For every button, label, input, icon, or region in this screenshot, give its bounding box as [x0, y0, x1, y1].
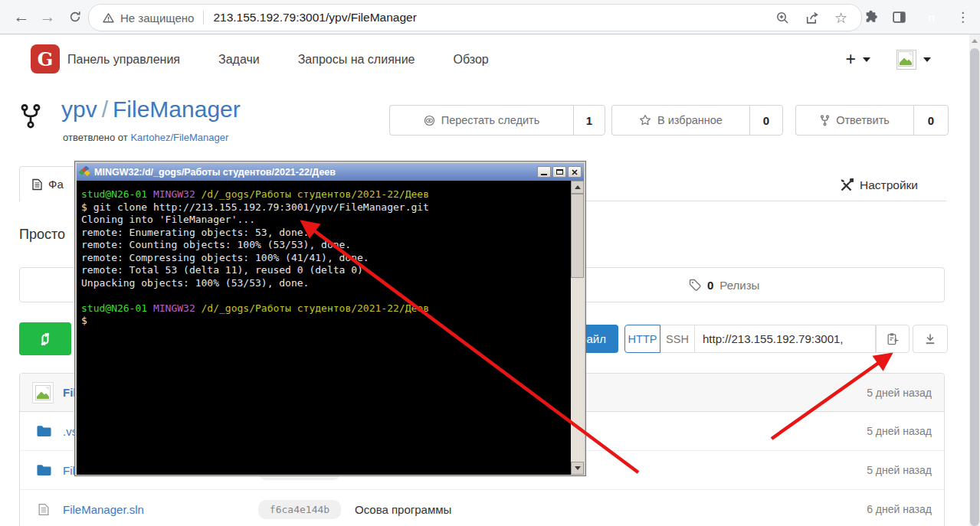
http-toggle[interactable]: HTTP — [624, 325, 660, 353]
terminal-line: $ — [81, 315, 567, 328]
unwatch-button-group: Перестать следить1 — [389, 105, 605, 136]
terminal-line: stud@N26-01 MINGW32 /d/_gogs/Работы студ… — [81, 302, 567, 315]
address-bar[interactable]: Не защищено 213.155.192.79:3001/ypv/File… — [88, 4, 862, 31]
maximize-button[interactable] — [552, 166, 566, 178]
fork-label: Ответвить — [836, 114, 890, 126]
repo-name-link[interactable]: FileManager — [113, 96, 241, 122]
gogs-logo[interactable]: G — [31, 44, 60, 74]
share-icon[interactable] — [805, 11, 819, 25]
fork-icon — [19, 103, 42, 129]
tab-files-label: Фа — [48, 178, 64, 191]
site-security[interactable]: Не защищено — [103, 11, 194, 25]
terminal-scroll-thumb[interactable] — [571, 194, 584, 278]
nav-item[interactable]: Запросы на слияние — [298, 53, 415, 67]
commit-message: Осова программы — [355, 503, 451, 516]
terminal-line: remote: Counting objects: 100% (53/53), … — [81, 239, 567, 252]
compare-button[interactable] — [19, 322, 71, 355]
nav-item[interactable]: Обзор — [453, 53, 488, 67]
terminal-line — [81, 289, 567, 302]
chevron-down-icon — [923, 57, 931, 62]
page-scroll-up-icon[interactable] — [969, 34, 980, 47]
commit-date: 5 дней назад — [867, 464, 944, 476]
tab-files[interactable]: Фа — [19, 166, 77, 201]
repo-title: ypv/FileManager — [61, 96, 241, 123]
warning-icon — [103, 12, 114, 24]
terminal-line: Cloning into 'FileManager'... — [81, 214, 567, 227]
repo-header: ypv/FileManager ответвлено от Kartohez/F… — [0, 84, 980, 157]
scroll-down-icon[interactable] — [571, 462, 584, 475]
folder-icon — [35, 425, 52, 437]
forked-from-link[interactable]: Kartohez/FileManager — [130, 132, 228, 143]
terminal-titlebar[interactable]: MINGW32:/d/_gogs/Работы студентов/2021-2… — [77, 163, 584, 181]
user-menu-dropdown[interactable] — [896, 50, 931, 70]
extensions-icon[interactable] — [864, 10, 878, 25]
unwatch-count[interactable]: 1 — [573, 105, 605, 136]
browser-menu-icon[interactable]: ⋮ — [956, 11, 969, 24]
star-count[interactable]: 0 — [749, 105, 783, 136]
fork-button[interactable]: Ответвить — [795, 105, 913, 136]
broken-avatar-icon — [896, 50, 916, 70]
side-panel-icon[interactable] — [892, 10, 906, 25]
ssh-toggle[interactable]: SSH — [660, 325, 695, 353]
reload-icon[interactable] — [64, 6, 86, 28]
last-commit-date: 5 дней назад — [867, 387, 944, 399]
nav-item[interactable]: Задачи — [218, 53, 260, 67]
star-button-group: В избранное0 — [611, 105, 783, 136]
repo-description: Просто — [19, 227, 65, 243]
commit-date: 6 дней назад — [867, 503, 944, 515]
table-row: FileManager.slnf6ca4e144bОсова программы… — [20, 489, 944, 526]
browser-toolbar: ← → Не защищено 213.155.192.79:3001/ypv/… — [0, 0, 980, 34]
releases-label: Релизы — [719, 279, 759, 292]
copy-url-button[interactable] — [876, 325, 910, 353]
folder-icon — [35, 464, 52, 476]
tools-icon — [839, 178, 854, 193]
path-separator: / — [97, 96, 113, 122]
bookmark-star-icon[interactable]: ☆ — [834, 11, 847, 25]
terminal-line: remote: Enumerating objects: 53, done. — [81, 227, 567, 240]
zoom-icon[interactable] — [775, 11, 789, 25]
terminal-line: $ git clone http://213.155.192.79:3001/y… — [81, 201, 567, 214]
terminal-line: stud@N26-01 MINGW32 /d/_gogs/Работы студ… — [81, 188, 567, 201]
compare-icon — [37, 331, 54, 348]
file-name-link[interactable]: FileManager.sln — [63, 503, 258, 516]
fork-count[interactable]: 0 — [913, 105, 949, 136]
unwatch-label: Перестать следить — [441, 114, 540, 126]
commit-hash-badge[interactable]: f6ca4e144b — [258, 500, 341, 519]
terminal-line: Unpacking objects: 100% (53/53), done. — [81, 277, 567, 290]
terminal-line: remote: Compressing objects: 100% (41/41… — [81, 252, 567, 265]
terminal-output: stud@N26-01 MINGW32 /d/_gogs/Работы студ… — [81, 188, 567, 328]
clone-url-input[interactable] — [695, 325, 876, 353]
close-button[interactable] — [568, 166, 582, 178]
releases-count: 0 — [707, 279, 713, 292]
profile-avatar[interactable]: n — [920, 6, 942, 28]
forward-icon[interactable]: → — [37, 6, 58, 28]
create-new-dropdown[interactable]: + — [846, 49, 870, 70]
minimize-button[interactable] — [537, 166, 551, 178]
back-icon[interactable]: ← — [11, 6, 32, 28]
committer-avatar — [32, 382, 54, 403]
screen: ← → Не защищено 213.155.192.79:3001/ypv/… — [0, 0, 980, 526]
star-button[interactable]: В избранное — [611, 105, 749, 136]
releases-item[interactable]: 0 Релизы — [681, 268, 767, 302]
tag-icon — [689, 279, 701, 291]
tab-settings[interactable]: Настройки — [839, 175, 918, 196]
fork-icon — [820, 115, 830, 126]
terminal-scrollbar[interactable] — [571, 181, 584, 475]
download-button[interactable] — [913, 325, 948, 353]
star-label: В избранное — [657, 114, 723, 126]
page-scrollbar[interactable] — [969, 34, 980, 526]
file-icon — [32, 178, 42, 191]
terminal-line: remote: Total 53 (delta 11), reused 0 (d… — [81, 264, 567, 277]
unwatch-button[interactable]: Перестать следить — [389, 105, 573, 136]
repo-owner-link[interactable]: ypv — [61, 96, 97, 122]
security-label: Не защищено — [120, 11, 194, 25]
forked-from-label: ответвлено от — [63, 132, 128, 143]
url-text[interactable]: 213.155.192.79:3001/ypv/FileManager — [213, 11, 416, 25]
page-scroll-thumb[interactable] — [970, 48, 979, 526]
divider — [203, 11, 204, 25]
fork-button-group: Ответвить0 — [795, 105, 949, 136]
nav-item[interactable]: Панель управления — [67, 53, 180, 67]
scroll-up-icon[interactable] — [571, 181, 584, 194]
plus-icon[interactable]: + — [846, 49, 856, 70]
clipboard-copy-icon — [886, 332, 900, 346]
